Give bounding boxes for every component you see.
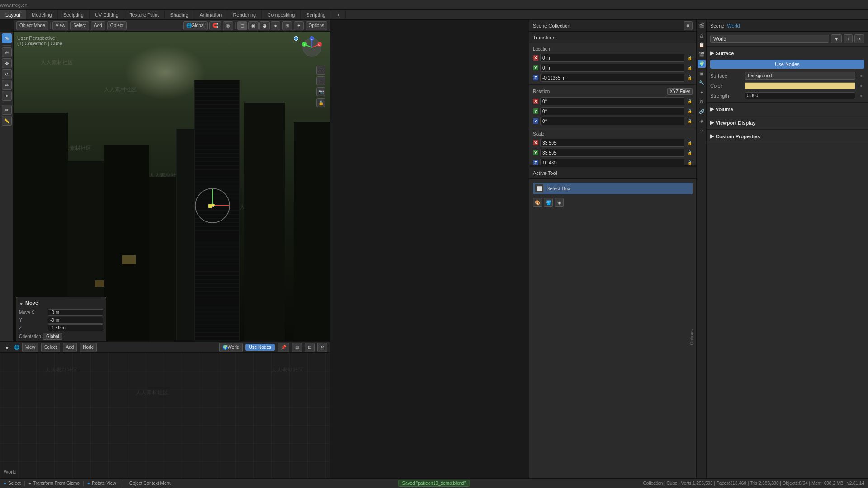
solid-btn[interactable]: ◉ [248, 21, 259, 30]
select-menu[interactable]: Select [70, 21, 89, 30]
tool-annotate[interactable]: ✏ [2, 105, 12, 115]
rot-z-input[interactable] [540, 117, 684, 125]
tool-cursor[interactable]: ⊕ [2, 47, 12, 57]
tool-rotate[interactable]: ↺ [2, 69, 12, 79]
lock-view-btn[interactable]: 🔒 [316, 98, 326, 107]
rot-x-input[interactable] [540, 97, 684, 105]
orientation-val[interactable]: Global [43, 333, 62, 340]
tab-modeling[interactable]: Modeling [26, 10, 58, 19]
node-view-btn[interactable]: View [22, 343, 38, 352]
world-selector[interactable]: 🌍 World [219, 343, 243, 352]
camera-btn[interactable]: 📷 [316, 87, 326, 96]
proportional-btn[interactable]: ◎ [223, 21, 233, 30]
use-nodes-btn[interactable]: Use Nodes [245, 344, 275, 351]
world-unlink-btn[interactable]: ✕ [854, 34, 864, 43]
global-orientation[interactable]: 🌐 Global [183, 21, 208, 30]
loc-y-lock[interactable]: 🔒 [686, 65, 693, 71]
bucket-tool-icon[interactable]: 🪣 [544, 198, 553, 207]
custom-props-header[interactable]: ▶ Custom Properties [710, 131, 864, 141]
zoom-out-btn[interactable]: - [316, 76, 326, 85]
tool-measure[interactable]: 📏 [2, 116, 12, 126]
constraints-btn[interactable]: 🔗 [698, 107, 706, 115]
rot-x-lock[interactable]: 🔒 [686, 98, 693, 104]
world-new-btn[interactable]: + [844, 34, 853, 43]
rendered-btn[interactable]: ● [271, 21, 280, 30]
scene-props-btn[interactable]: 🎬 [698, 50, 706, 58]
material-btn-prop[interactable]: ○ [698, 126, 706, 134]
object-menu[interactable]: Object [107, 21, 127, 30]
data-btn[interactable]: ◈ [698, 117, 706, 125]
tab-uv-editing[interactable]: UV Editing [90, 10, 124, 19]
world-props-btn[interactable]: 🌍 [698, 60, 706, 68]
gizmo-btn[interactable]: ✦ [294, 21, 304, 30]
zoom-btn[interactable]: + [316, 66, 326, 75]
world-browse-btn[interactable]: ▼ [831, 34, 842, 43]
snap-btn[interactable]: 🧲 [209, 21, 221, 30]
add-menu[interactable]: Add [91, 21, 105, 30]
physics-btn[interactable]: ⚙ [698, 98, 706, 106]
node-overlay-btn[interactable]: ⊞ [292, 343, 302, 352]
object-props-btn[interactable]: ▣ [698, 69, 706, 77]
tool-move[interactable]: ✥ [2, 58, 12, 68]
tool-scale[interactable]: ⇔ [2, 80, 12, 90]
render-props-btn[interactable]: 🎬 [698, 22, 706, 30]
color-picker-swatch[interactable] [745, 82, 855, 89]
nav-gizmo[interactable]: X Y Z [301, 36, 323, 59]
node-editor-content[interactable]: 人人素材社区 人人素材社区 人人素材社区 人人素材社区 Background B… [0, 353, 330, 478]
tab-animation[interactable]: Animation [194, 10, 228, 19]
volume-header[interactable]: ▶ Volume [710, 104, 864, 114]
tab-rendering[interactable]: Rendering [227, 10, 262, 19]
scale-y-input[interactable] [540, 149, 684, 157]
loc-y-input[interactable] [540, 64, 684, 72]
strength-input-prop[interactable]: 0.300 [745, 92, 855, 99]
particles-btn[interactable]: ✦ [698, 88, 706, 96]
loc-x-input[interactable] [540, 54, 684, 62]
node-add-btn[interactable]: Add [63, 343, 77, 352]
modifier-btn[interactable]: 🔧 [698, 79, 706, 87]
scale-x-lock[interactable]: 🔒 [686, 140, 693, 146]
wireframe-btn[interactable]: ◻ [237, 21, 247, 30]
scale-z-input[interactable] [540, 159, 684, 165]
scale-z-lock[interactable]: 🔒 [686, 160, 693, 165]
tab-compositing[interactable]: Compositing [262, 10, 301, 19]
tab-add[interactable]: + [331, 10, 345, 19]
output-props-btn[interactable]: 🖨 [698, 31, 706, 39]
view-layer-btn[interactable]: 📋 [698, 41, 706, 49]
node-zoom-btn[interactable]: ⊡ [305, 343, 315, 352]
rot-y-lock[interactable]: 🔒 [686, 108, 693, 114]
loc-z-lock[interactable]: 🔒 [686, 75, 693, 81]
object-mode-btn[interactable]: Object Mode [16, 21, 48, 30]
material-btn[interactable]: ◕ [259, 21, 270, 30]
scale-y-lock[interactable]: 🔒 [686, 150, 693, 156]
viewport-display-header[interactable]: ▶ Viewport Display [710, 118, 864, 127]
rot-z-lock[interactable]: 🔒 [686, 118, 693, 124]
move-x-val[interactable]: -0 m [48, 309, 103, 316]
options-btn[interactable]: Options [306, 21, 327, 30]
world-name-field[interactable]: World [710, 35, 829, 43]
rotation-mode-btn[interactable]: XYZ Euler [667, 88, 693, 95]
scale-x-input[interactable] [540, 139, 684, 147]
surface-header[interactable]: ▶ Surface [710, 48, 864, 58]
rot-y-input[interactable] [540, 107, 684, 115]
loc-z-input[interactable] [540, 74, 684, 82]
tab-shading[interactable]: Shading [165, 10, 194, 19]
loc-x-lock[interactable]: 🔒 [686, 55, 693, 61]
node-close-btn[interactable]: ✕ [317, 343, 327, 352]
tab-scripting[interactable]: Scripting [301, 10, 331, 19]
paint-tool-icon[interactable]: 🎨 [533, 198, 542, 207]
tab-sculpting[interactable]: Sculpting [58, 10, 90, 19]
use-nodes-main-btn[interactable]: Use Nodes [710, 60, 864, 69]
move-y-val[interactable]: -0 m [48, 317, 103, 324]
surface-shader-value[interactable]: Background [745, 72, 855, 80]
outliner-filter-btn[interactable]: ≡ [684, 21, 693, 30]
tool-transform[interactable]: ✦ [2, 91, 12, 101]
node-pin-btn[interactable]: 📌 [278, 343, 289, 352]
transform-gizmo[interactable] [192, 185, 233, 226]
tab-layout[interactable]: Layout [0, 10, 26, 19]
select-box-tool[interactable]: ⬜ Select Box [533, 183, 693, 194]
tool-select[interactable] [2, 33, 12, 43]
node-node-btn[interactable]: Node [80, 343, 97, 352]
overlay-btn[interactable]: ⊞ [282, 21, 292, 30]
eraser-tool-icon[interactable]: ◈ [555, 198, 564, 207]
move-z-val[interactable]: -1.49 m [48, 324, 103, 331]
